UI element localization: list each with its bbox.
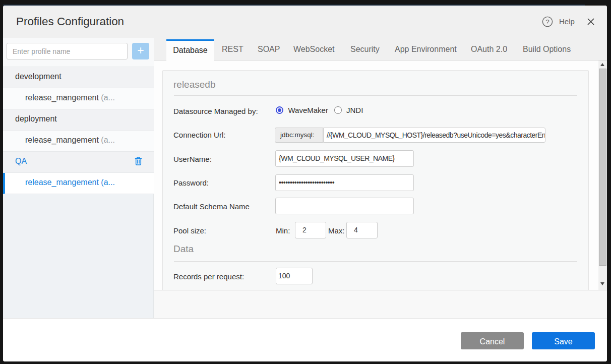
svg-text:?: ?: [545, 18, 549, 26]
